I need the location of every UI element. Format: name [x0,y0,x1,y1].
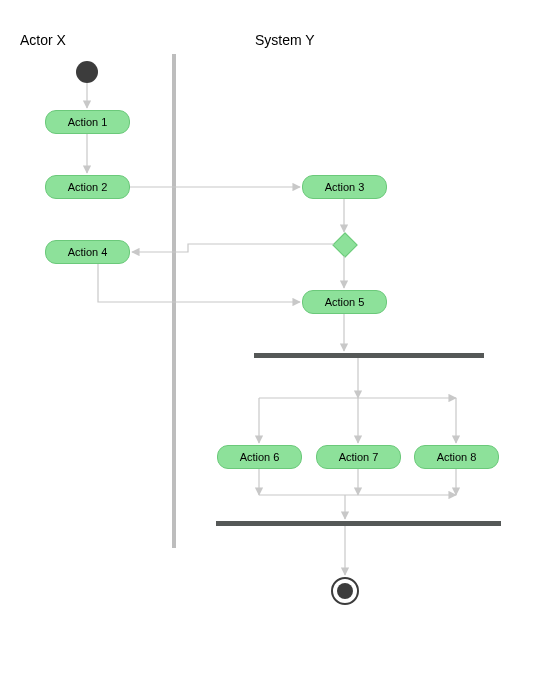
activity-a1: Action 1 [45,110,130,134]
activity-a3: Action 3 [302,175,387,199]
fork-bar [254,353,484,358]
lane-header-system: System Y [255,32,315,48]
edge-decision-a4 [132,244,334,252]
swimlane-divider [172,54,176,548]
join-bar [216,521,501,526]
initial-node [76,61,98,83]
edge-a4-a5 [98,264,300,302]
activity-diagram: Actor X System Y Action 1 Action 2 Actio… [0,0,534,673]
edges [0,0,534,673]
activity-a5: Action 5 [302,290,387,314]
final-node-inner [337,583,353,599]
activity-a2: Action 2 [45,175,130,199]
lane-header-actor: Actor X [20,32,66,48]
activity-a6: Action 6 [217,445,302,469]
activity-a7: Action 7 [316,445,401,469]
decision-node [332,232,357,257]
activity-a4: Action 4 [45,240,130,264]
activity-a8: Action 8 [414,445,499,469]
